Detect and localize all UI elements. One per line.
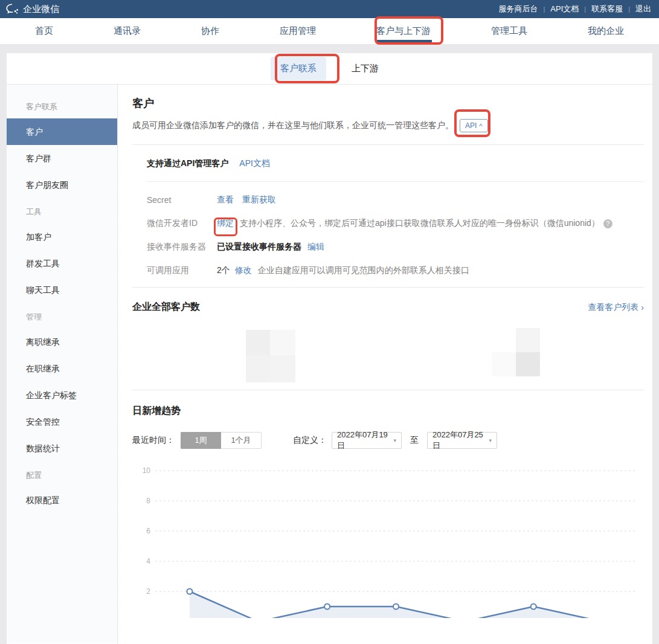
daily-trend-title: 日新增趋势 — [132, 405, 644, 417]
sidebar: 客户联系 客户 客户群 客户朋友圈 工具 加客户 群发工具 聊天工具 管理 离职… — [7, 85, 118, 643]
date-to-select[interactable]: 2022年07月25日 ▾ — [427, 432, 497, 449]
subtab-customer-contact[interactable]: 客户联系 — [271, 57, 326, 80]
secret-label: Secret — [147, 195, 217, 205]
tab-admin-tools[interactable]: 管理工具 — [480, 18, 538, 44]
data-point[interactable] — [531, 604, 536, 610]
tab-app-management[interactable]: 应用管理 — [269, 18, 327, 44]
mosaic-tile — [246, 330, 270, 355]
range-1week-button[interactable]: 1周 — [181, 432, 221, 449]
trend-controls: 最近时间： 1周 1个月 自定义： 2022年07月19日 ▾ 至 2022年0… — [132, 432, 644, 449]
callable-apps-desc: 企业自建应用可以调用可见范围内的外部联系人相关接口 — [258, 265, 469, 276]
top-bar: 企业微信 服务商后台 | API文档 | 联系客服 | 退出 — [0, 0, 659, 18]
sidebar-section-tools: 工具 — [7, 198, 117, 224]
date-from-value: 2022年07月19日 — [337, 430, 393, 451]
y-axis-tick-label: 2 — [146, 587, 150, 596]
page-description: 成员可用企业微信添加客户的微信，并在这里与他们联系，企业可统一管理这些客户。 — [132, 120, 454, 131]
to-label: 至 — [410, 435, 419, 446]
api-docs-panel-link[interactable]: API文档 — [239, 158, 270, 169]
content-row: 客户联系 客户 客户群 客户朋友圈 工具 加客户 群发工具 聊天工具 管理 离职… — [7, 85, 652, 643]
date-from-select[interactable]: 2022年07月19日 ▾ — [332, 432, 402, 449]
data-point[interactable] — [324, 604, 330, 610]
divider — [132, 287, 644, 288]
api-toggle-label: API — [465, 121, 477, 130]
tab-my-company[interactable]: 我的企业 — [577, 18, 635, 44]
sidebar-item-customers[interactable]: 客户 — [7, 118, 117, 145]
modify-apps-link[interactable]: 修改 — [235, 265, 252, 276]
view-customer-list-link[interactable]: 查看客户列表 › — [588, 302, 644, 313]
recent-time-label: 最近时间： — [132, 435, 175, 446]
brand-name: 企业微信 — [23, 4, 59, 15]
sidebar-item-permission-config[interactable]: 权限配置 — [7, 487, 117, 514]
sidebar-section-configuration: 配置 — [7, 462, 117, 487]
wechat-developer-id-label: 微信开发者ID — [147, 218, 217, 229]
data-point[interactable] — [187, 589, 192, 594]
bind-link[interactable]: 绑定 — [217, 218, 234, 229]
callable-apps-count: 2个 — [217, 265, 230, 276]
mosaic-tile — [270, 355, 295, 382]
sidebar-item-resigned-inheritance[interactable]: 离职继承 — [7, 329, 117, 355]
tab-collaboration[interactable]: 协作 — [190, 18, 230, 44]
tab-home[interactable]: 首页 — [24, 18, 64, 44]
sidebar-item-customer-moments[interactable]: 客户朋友圈 — [7, 172, 117, 198]
range-segmented-control: 1周 1个月 — [181, 432, 262, 449]
date-to-value: 2022年07月25日 — [432, 430, 489, 451]
logout-link[interactable]: 退出 — [630, 4, 657, 14]
sidebar-item-customer-groups[interactable]: 客户群 — [7, 145, 117, 172]
edit-callback-link[interactable]: 编辑 — [307, 242, 324, 253]
caret-down-icon: ▾ — [489, 437, 492, 443]
y-axis-tick-label: 10 — [143, 466, 151, 475]
sidebar-item-security-control[interactable]: 安全管控 — [7, 408, 117, 435]
sidebar-section-management: 管理 — [7, 303, 117, 329]
total-customers-header: 企业全部客户数 查看客户列表 › — [132, 301, 644, 314]
subtab-upstream-downstream[interactable]: 上下游 — [342, 57, 388, 80]
y-axis-tick-label: 8 — [146, 497, 150, 505]
range-1month-button[interactable]: 1个月 — [221, 432, 262, 449]
tab-customers-upstream-downstream[interactable]: 客户与上下游 — [365, 18, 442, 44]
callback-server-status: 已设置接收事件服务器 — [217, 242, 301, 253]
y-axis-tick-label: 4 — [146, 557, 150, 565]
mosaic-tile — [270, 330, 295, 355]
api-panel-header: 支持通过API管理客户 API文档 — [132, 145, 644, 181]
api-toggle-button[interactable]: API ^ — [460, 119, 488, 132]
sidebar-section-customer-contact: 客户联系 — [7, 93, 117, 118]
data-point[interactable] — [393, 604, 399, 610]
callable-apps-label: 可调用应用 — [147, 265, 217, 276]
sidebar-item-bulk-message[interactable]: 群发工具 — [7, 250, 117, 277]
callback-server-row: 接收事件服务器 已设置接收事件服务器 编辑 — [132, 242, 644, 253]
wechat-work-logo-icon — [6, 4, 19, 14]
sidebar-item-chat-tools[interactable]: 聊天工具 — [7, 277, 117, 303]
content-card: 客户联系 上下游 客户联系 客户 客户群 客户朋友圈 工具 加客户 群发工具 聊… — [7, 53, 652, 644]
custom-range-label: 自定义： — [293, 435, 327, 446]
brand: 企业微信 — [6, 4, 59, 15]
sidebar-item-corp-customer-tags[interactable]: 企业客户标签 — [7, 382, 117, 408]
y-axis-tick-label: 6 — [146, 527, 150, 535]
main-content: 客户 成员可用企业微信添加客户的微信，并在这里与他们联系，企业可统一管理这些客户… — [118, 85, 652, 643]
trend-chart: 108642 — [126, 457, 644, 620]
sidebar-item-active-inheritance[interactable]: 在职继承 — [7, 355, 117, 382]
divider — [147, 181, 644, 182]
total-customers-title: 企业全部客户数 — [132, 301, 200, 314]
api-settings-panel: 支持通过API管理客户 API文档 Secret 查看 重新获取 微信开发者ID… — [132, 145, 644, 287]
chevron-up-icon: ^ — [479, 124, 482, 129]
mosaic-tile — [492, 352, 516, 376]
regenerate-secret-link[interactable]: 重新获取 — [242, 195, 276, 205]
question-icon[interactable]: ? — [603, 219, 612, 228]
mosaic-tile — [516, 328, 540, 352]
sidebar-item-add-customer[interactable]: 加客户 — [7, 224, 117, 250]
caret-down-icon: ▾ — [393, 437, 396, 443]
mosaic-tile — [246, 355, 270, 382]
trend-chart-svg: 108642 — [126, 457, 646, 618]
api-docs-link[interactable]: API文档 — [545, 4, 584, 14]
provider-console-link[interactable]: 服务商后台 — [493, 4, 543, 14]
wechat-developer-id-desc: 支持小程序、公众号，绑定后可通过api接口获取微信联系人对应的唯一身份标识（微信… — [240, 218, 600, 229]
callback-server-label: 接收事件服务器 — [147, 242, 217, 253]
redacted-data-mosaic — [132, 322, 644, 390]
view-secret-link[interactable]: 查看 — [217, 195, 234, 205]
chevron-right-icon: › — [641, 303, 644, 312]
sidebar-item-data-statistics[interactable]: 数据统计 — [7, 435, 117, 462]
page-description-row: 成员可用企业微信添加客户的微信，并在这里与他们联系，企业可统一管理这些客户。 A… — [132, 119, 644, 132]
main-nav: 首页 通讯录 协作 应用管理 客户与上下游 管理工具 我的企业 — [0, 18, 659, 45]
contact-support-link[interactable]: 联系客服 — [586, 4, 628, 14]
tab-contacts[interactable]: 通讯录 — [103, 18, 152, 44]
topbar-links: 服务商后台 | API文档 | 联系客服 | 退出 — [493, 4, 657, 14]
